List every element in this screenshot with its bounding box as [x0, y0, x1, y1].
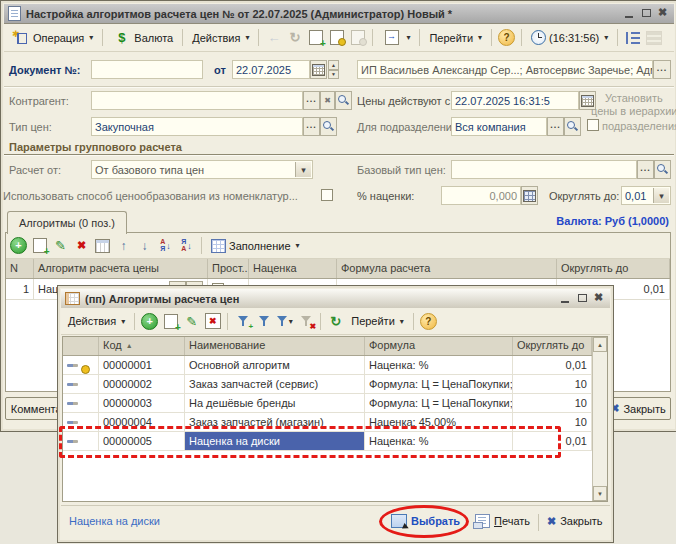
edit-row-icon[interactable]: [51, 237, 70, 255]
combo-arrow-icon[interactable]: [653, 188, 669, 203]
col-simple[interactable]: Прост...: [208, 259, 249, 278]
doc-number-input[interactable]: [91, 60, 203, 79]
col-name[interactable]: Наименование: [185, 337, 365, 355]
separator: [538, 514, 539, 531]
prices-effective-input[interactable]: 22.07.2025 16:31:5: [451, 91, 579, 110]
edit-item-icon[interactable]: [182, 312, 201, 330]
contractor-ellipsis-button[interactable]: [303, 91, 320, 110]
goto-button[interactable]: Перейти: [425, 30, 486, 46]
move-down-icon[interactable]: [135, 237, 154, 255]
table-row[interactable]: 00000003На дешёвые брендыФормула: Ц = Це…: [63, 394, 592, 413]
base-price-type-input[interactable]: [451, 160, 637, 179]
contractor-input[interactable]: [91, 91, 303, 110]
filter-icon[interactable]: [259, 316, 269, 327]
price-type-ellipsis-button[interactable]: [303, 117, 320, 136]
tab-algorithms[interactable]: Алгоритмы (0 поз.): [7, 211, 127, 234]
add-item-icon[interactable]: [141, 313, 158, 330]
close-icon[interactable]: [659, 9, 668, 18]
col-formula[interactable]: Формула расчета: [337, 259, 557, 278]
sort-asc-icon[interactable]: [160, 239, 171, 252]
col-algorithm[interactable]: Алгоритм расчета цены: [34, 259, 208, 278]
sort-desc-icon[interactable]: [181, 239, 192, 252]
contractor-clear-button[interactable]: [320, 91, 335, 110]
contractor-lookup-button[interactable]: [335, 91, 352, 110]
base-price-type-ellipsis-button[interactable]: [637, 160, 654, 179]
operation-button[interactable]: Операция: [7, 27, 97, 49]
table-row[interactable]: 00000002Заказ запчастей (сервис)Формула:…: [63, 375, 592, 394]
select-button[interactable]: Выбрать: [387, 511, 464, 531]
actions-button[interactable]: Действия: [188, 30, 253, 46]
post-document-icon[interactable]: [330, 30, 344, 45]
price-type-input[interactable]: Закупочная: [91, 117, 303, 136]
table-row[interactable]: 00000005Наценка на дискиНаценка: %0,01: [63, 432, 592, 451]
price-type-label: Тип цен:: [9, 121, 52, 133]
print-button[interactable]: Печать: [471, 511, 534, 531]
price-type-lookup-button[interactable]: [320, 117, 337, 136]
scroll-down-icon[interactable]: [593, 486, 607, 501]
copy-row-icon[interactable]: [33, 238, 47, 253]
date-spinner[interactable]: [328, 60, 339, 79]
use-pricing-method-label: Использовать способ ценообразования из н…: [3, 190, 317, 202]
copy-new-icon[interactable]: [309, 30, 323, 45]
dialog-actions-button[interactable]: Действия: [64, 313, 129, 329]
scroll-up-icon[interactable]: [593, 337, 607, 352]
add-row-icon[interactable]: [10, 237, 27, 254]
cell-round: 0,01: [513, 356, 592, 374]
minimize-icon[interactable]: [625, 9, 634, 18]
table-row[interactable]: 00000001Основной алгоритмНаценка: %0,01: [63, 356, 592, 375]
refresh-list-icon[interactable]: [330, 314, 341, 329]
col-round[interactable]: Округлять до: [557, 259, 670, 278]
main-close-button[interactable]: Закрыть: [605, 397, 671, 420]
table-row[interactable]: 00000004Заказ запчастей (магазин)Наценка…: [63, 413, 592, 432]
magnifier-icon: [337, 94, 350, 107]
output-button[interactable]: [378, 27, 414, 49]
maximize-icon[interactable]: [578, 294, 587, 303]
close-icon[interactable]: [595, 294, 604, 303]
maximize-icon[interactable]: [642, 9, 651, 18]
col-round[interactable]: Округлять до: [513, 337, 592, 355]
unpost-document-icon[interactable]: [351, 30, 365, 45]
back-icon[interactable]: [264, 29, 283, 47]
rows-icon[interactable]: [646, 31, 662, 45]
filter-add-icon[interactable]: [238, 316, 248, 327]
calc-from-combo[interactable]: От базового типа цен: [91, 160, 313, 179]
fill-button[interactable]: Заполнение: [207, 237, 304, 255]
separator: [258, 29, 259, 46]
organization-ellipsis-button[interactable]: [653, 60, 671, 79]
department-ellipsis-button[interactable]: [547, 117, 564, 136]
col-n[interactable]: N: [6, 259, 34, 278]
round-combo[interactable]: 0,01: [621, 186, 671, 205]
copy-item-icon[interactable]: [164, 314, 178, 329]
col-code[interactable]: Код: [99, 337, 185, 355]
help-icon[interactable]: [420, 313, 437, 330]
col-markup[interactable]: Наценка: [249, 259, 337, 278]
department-input[interactable]: Вся компания: [451, 117, 547, 136]
base-price-type-lookup-button[interactable]: [654, 160, 671, 179]
use-pricing-method-checkbox[interactable]: [321, 189, 333, 201]
hierarchy-checkbox[interactable]: [587, 119, 599, 131]
delete-item-icon[interactable]: [205, 313, 221, 329]
move-up-icon[interactable]: [114, 237, 133, 255]
dialog-table-header: Код Наименование Формула Округлять до: [63, 337, 592, 356]
delete-row-icon[interactable]: [72, 237, 91, 255]
help-icon[interactable]: [498, 29, 515, 46]
department-lookup-button[interactable]: [564, 117, 581, 136]
end-edit-icon[interactable]: [95, 239, 110, 253]
currency-button[interactable]: Валюта: [108, 27, 177, 49]
calendar-button[interactable]: [310, 60, 327, 79]
dialog-close-button[interactable]: Закрыть: [543, 511, 607, 531]
minimize-icon[interactable]: [561, 294, 570, 303]
structure-icon[interactable]: [626, 32, 640, 44]
filter-by-value-icon[interactable]: [277, 316, 287, 327]
markup-calc-button[interactable]: [521, 186, 538, 205]
doc-date-input[interactable]: 22.07.2025: [232, 60, 310, 79]
vertical-scrollbar[interactable]: [592, 337, 607, 501]
dialog-goto-button[interactable]: Перейти: [347, 313, 408, 329]
time-button[interactable]: (16:31:56): [527, 28, 612, 47]
markup-input[interactable]: 0,000: [441, 186, 521, 205]
col-formula[interactable]: Формула: [365, 337, 513, 355]
combo-arrow-icon[interactable]: [295, 162, 311, 177]
organization-field[interactable]: ИП Васильев Александр Сер...; Автосервис…: [357, 60, 653, 79]
refresh-icon[interactable]: [289, 30, 300, 45]
dialog-table: Код Наименование Формула Округлять до 00…: [62, 336, 608, 502]
